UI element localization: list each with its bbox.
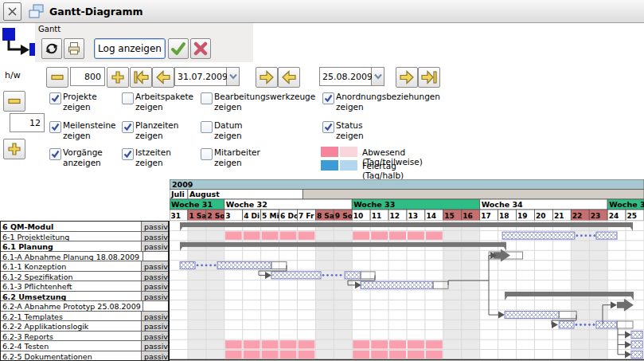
task-label[interactable]: 6.2-4 Testen bbox=[1, 341, 142, 351]
task-label[interactable]: 6.1-1 Konzeption bbox=[1, 261, 142, 271]
go-first-button[interactable] bbox=[130, 67, 152, 88]
log-anzeigen-button[interactable]: Log anzeigen bbox=[94, 38, 166, 59]
legend-label: Feiertag (Tag/halb) bbox=[362, 161, 404, 180]
checkbox[interactable] bbox=[201, 148, 213, 160]
checkbox[interactable] bbox=[201, 121, 213, 133]
gantt-task-bar[interactable] bbox=[559, 321, 574, 328]
chevron-down-icon bbox=[228, 73, 238, 80]
gantt-task-bar[interactable] bbox=[505, 312, 559, 319]
header-label: 3 bbox=[225, 212, 230, 220]
go-prev-button[interactable] bbox=[152, 67, 174, 88]
task-label[interactable]: 6.1 Planung bbox=[1, 241, 142, 251]
go-next-end-button[interactable] bbox=[396, 67, 418, 88]
unit-label: h/w bbox=[5, 70, 21, 80]
gantt-task-bar[interactable] bbox=[631, 331, 642, 338]
row-height-input[interactable] bbox=[10, 113, 45, 132]
task-label[interactable]: 6.2-2 Applikationslogik bbox=[1, 321, 142, 331]
gantt-interrupt-dots bbox=[326, 274, 329, 277]
task-label[interactable]: 6.1-A Abnahme Planung 18.08.2009 bbox=[1, 252, 143, 261]
close-button[interactable] bbox=[3, 2, 21, 21]
gantt-summary-bar bbox=[505, 292, 634, 296]
go-next-button[interactable] bbox=[256, 67, 278, 88]
cancel-x-icon bbox=[193, 41, 208, 56]
checkbox[interactable] bbox=[122, 148, 134, 160]
task-label[interactable]: 6.2-1 Templates bbox=[1, 312, 142, 321]
print-button[interactable] bbox=[64, 38, 84, 59]
gantt-interrupt-dots bbox=[205, 265, 208, 267]
checkbox[interactable] bbox=[49, 148, 61, 160]
interval-minus-button[interactable] bbox=[46, 67, 68, 88]
task-label[interactable]: 6.1-2 Spezifikation bbox=[1, 272, 142, 281]
checkbox[interactable] bbox=[122, 92, 134, 104]
row-height-minus-button[interactable] bbox=[3, 91, 25, 112]
task-status: passiv bbox=[142, 312, 168, 321]
task-label[interactable]: 6 QM-Modul bbox=[1, 222, 142, 231]
absence-cell bbox=[262, 231, 279, 239]
checkbox-label: Mitarbeiter zeigen bbox=[214, 147, 260, 168]
table-row: 6 QM-Modulpassiv bbox=[1, 222, 168, 232]
date-from-dropdown[interactable] bbox=[227, 67, 240, 86]
date-to-dropdown[interactable] bbox=[372, 67, 384, 86]
header-label: 8 Sa bbox=[317, 212, 334, 220]
last-arrow-icon bbox=[420, 69, 438, 86]
task-status: passiv bbox=[142, 292, 168, 301]
absence-cell bbox=[426, 351, 443, 359]
gantt-interrupt-dots bbox=[593, 324, 595, 326]
task-status: passiv bbox=[142, 232, 168, 241]
date-from-field[interactable]: 31.07.2009 bbox=[174, 67, 227, 86]
go-last-button[interactable] bbox=[418, 67, 440, 88]
table-row: 6.2-1 Templatespassiv bbox=[1, 312, 168, 322]
gantt-interrupt-dots bbox=[580, 234, 583, 237]
header-label: 2009 bbox=[172, 180, 193, 189]
gantt-task-bar[interactable] bbox=[631, 341, 642, 348]
table-row: 6.2-3 Reportspassiv bbox=[1, 332, 168, 342]
absence-cell bbox=[426, 340, 443, 348]
gantt-task-bar[interactable] bbox=[271, 272, 321, 279]
gantt-task-bar[interactable] bbox=[217, 261, 271, 269]
checkbox[interactable] bbox=[49, 121, 61, 133]
task-label[interactable]: 6.2-5 Dokumentationen bbox=[1, 351, 142, 361]
task-label[interactable]: 6-1 Projektleitung bbox=[1, 232, 142, 241]
absence-cell bbox=[298, 351, 314, 359]
go-prev-end-button[interactable] bbox=[278, 67, 300, 88]
cancel-button[interactable] bbox=[190, 38, 211, 59]
refresh-button[interactable] bbox=[41, 38, 62, 59]
gantt-task-bar[interactable] bbox=[345, 272, 361, 279]
interval-plus-button[interactable] bbox=[107, 67, 129, 88]
absence-cell bbox=[389, 340, 406, 348]
checkbox[interactable] bbox=[122, 121, 134, 133]
task-label[interactable]: 6.2-A Abnahme Prototyp 25.08.2009 bbox=[1, 301, 143, 311]
checkbox[interactable] bbox=[49, 92, 61, 104]
gantt-task-bar[interactable] bbox=[596, 232, 617, 239]
header-label: 24 bbox=[609, 212, 619, 220]
confirm-check-icon bbox=[170, 41, 186, 56]
date-to-value: 25.08.2009 bbox=[320, 72, 373, 82]
confirm-button[interactable] bbox=[168, 38, 189, 59]
header-label: Woche 33 bbox=[353, 200, 395, 209]
gantt-task-bar[interactable] bbox=[361, 281, 433, 288]
checkbox[interactable] bbox=[201, 92, 213, 104]
task-label[interactable]: 6.1-3 Pflichtenheft bbox=[1, 281, 142, 291]
gantt-task-bar[interactable] bbox=[596, 321, 617, 328]
gantt-task-bar[interactable] bbox=[631, 351, 642, 358]
absence-cell bbox=[353, 351, 369, 359]
date-to-field[interactable]: 25.08.2009 bbox=[319, 67, 372, 86]
checkbox[interactable] bbox=[322, 121, 334, 133]
header-label: 25 bbox=[627, 212, 638, 220]
interval-input[interactable] bbox=[70, 67, 105, 86]
header-label: 1 Sa bbox=[189, 212, 206, 220]
header-label: Woche 32 bbox=[226, 200, 267, 209]
row-height-plus-button[interactable] bbox=[3, 139, 25, 159]
gantt-task-bar[interactable] bbox=[180, 261, 195, 269]
absence-cell bbox=[371, 351, 388, 359]
checkbox[interactable] bbox=[322, 92, 334, 104]
task-label[interactable]: 6.2-3 Reports bbox=[1, 332, 142, 341]
absence-cell bbox=[225, 231, 242, 239]
absence-cell bbox=[280, 351, 297, 359]
checkbox-label: Projekte zeigen bbox=[63, 92, 97, 112]
gantt-interrupt-dots bbox=[214, 265, 217, 267]
plus-icon bbox=[109, 69, 127, 86]
task-label[interactable]: 6.2 Umsetzung bbox=[1, 292, 142, 301]
gantt-task-bar[interactable] bbox=[502, 232, 575, 239]
task-table: 6 QM-Modulpassiv6-1 Projektleitungpassiv… bbox=[0, 221, 170, 361]
